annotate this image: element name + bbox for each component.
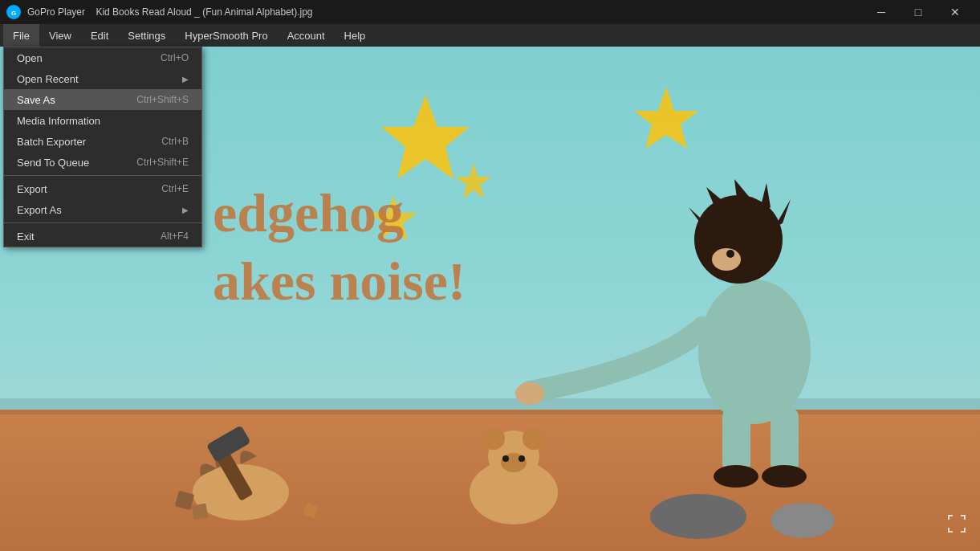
svg-point-16: [762, 465, 807, 488]
menu-edit[interactable]: Edit: [81, 24, 118, 47]
svg-point-27: [650, 494, 746, 539]
menu-export[interactable]: Export Ctrl+E: [4, 178, 201, 199]
maximize-button[interactable]: □: [900, 0, 937, 24]
svg-point-8: [698, 280, 811, 424]
close-button[interactable]: ✕: [937, 0, 974, 24]
menu-media-info[interactable]: Media Information: [4, 110, 201, 131]
fullscreen-button[interactable]: [946, 513, 967, 538]
file-dropdown: Open Ctrl+O Open Recent ▶ Save As Ctrl+S…: [3, 47, 202, 247]
title-bar: G GoPro Player Kid Books Read Aloud _ (F…: [0, 0, 980, 24]
menu-export-as[interactable]: Export As ▶: [4, 199, 201, 220]
menu-view[interactable]: View: [39, 24, 81, 47]
svg-text:akes noise!: akes noise!: [213, 251, 466, 312]
menu-bar: File Open Ctrl+O Open Recent ▶ Save As C…: [0, 24, 980, 47]
svg-marker-5: [456, 163, 491, 198]
submenu-arrow: ▶: [182, 75, 189, 84]
svg-rect-30: [192, 504, 209, 520]
svg-marker-2: [381, 95, 470, 179]
svg-rect-31: [303, 503, 319, 518]
menu-save-as[interactable]: Save As Ctrl+Shift+S: [4, 89, 201, 110]
svg-point-28: [771, 503, 835, 538]
window-controls: ─ □ ✕: [863, 0, 974, 24]
svg-point-11: [726, 250, 734, 258]
menu-open-recent[interactable]: Open Recent ▶: [4, 68, 201, 89]
minimize-button[interactable]: ─: [863, 0, 900, 24]
svg-rect-14: [771, 408, 799, 472]
svg-point-12: [515, 382, 544, 405]
svg-rect-29: [175, 491, 194, 510]
svg-point-26: [518, 455, 525, 462]
app-logo: G: [6, 5, 21, 19]
menu-file[interactable]: File Open Ctrl+O Open Recent ▶ Save As C…: [3, 24, 39, 47]
svg-point-22: [482, 427, 505, 450]
svg-text:G: G: [11, 10, 16, 17]
menu-help[interactable]: Help: [335, 24, 376, 47]
menu-exit[interactable]: Exit Alt+F4: [4, 226, 201, 247]
svg-text:edgehog: edgehog: [213, 182, 404, 243]
menu-batch-exporter[interactable]: Batch Exporter Ctrl+B: [4, 131, 201, 152]
svg-marker-3: [634, 87, 698, 149]
menu-open[interactable]: Open Ctrl+O: [4, 47, 201, 68]
menu-account[interactable]: Account: [278, 24, 335, 47]
menu-hypersmooth[interactable]: HyperSmooth Pro: [175, 24, 277, 47]
svg-point-10: [712, 248, 741, 271]
menu-send-to-queue[interactable]: Send To Queue Ctrl+Shift+E: [4, 152, 201, 173]
app-title: GoPro Player Kid Books Read Aloud _ (Fun…: [27, 6, 863, 18]
menu-settings[interactable]: Settings: [118, 24, 175, 47]
svg-point-23: [523, 427, 545, 450]
separator-2: [4, 222, 201, 223]
separator-1: [4, 175, 201, 176]
submenu-arrow-export: ▶: [182, 206, 189, 214]
svg-point-15: [714, 465, 758, 488]
svg-rect-13: [722, 408, 750, 472]
svg-point-25: [502, 455, 509, 462]
